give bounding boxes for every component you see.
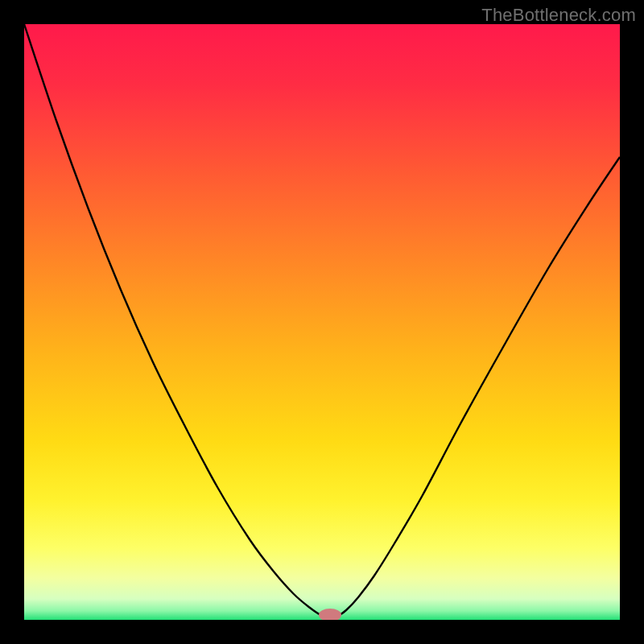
gradient-background [24,24,620,620]
chart-frame: TheBottleneck.com [0,0,644,644]
plot-area [24,24,620,620]
watermark-text: TheBottleneck.com [481,5,636,26]
plot-svg [24,24,620,620]
